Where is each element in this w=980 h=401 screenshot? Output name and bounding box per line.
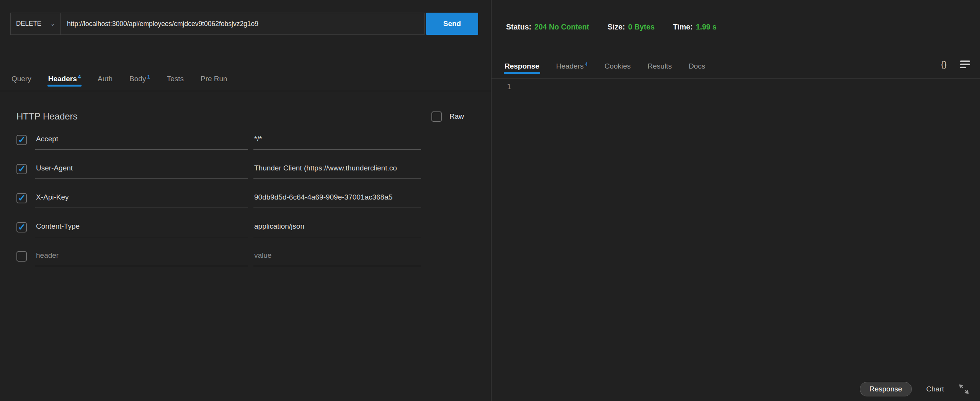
tab-pre-run[interactable]: Pre Run	[201, 75, 227, 91]
request-toolbar: DELETE ⌄ http://localhost:3000/api/emplo…	[0, 13, 491, 62]
header-key-input[interactable]: User-Agent	[35, 163, 248, 179]
response-status-bar: Status:204 No Content Size:0 Bytes Time:…	[492, 0, 980, 49]
header-value-input[interactable]: Thunder Client (https://www.thunderclien…	[253, 163, 421, 179]
format-json-icon[interactable]: {}	[941, 60, 947, 69]
tab-auth[interactable]: Auth	[98, 75, 113, 91]
headers-count-badge: 4	[78, 74, 81, 80]
tab-response-headers[interactable]: Headers4	[556, 61, 588, 78]
header-enabled-checkbox[interactable]	[16, 135, 27, 145]
header-key-input[interactable]: Content-Type	[35, 221, 248, 237]
status-code: Status:204 No Content	[506, 23, 589, 31]
url-input[interactable]: http://localhost:3000/api/employees/cmjd…	[61, 13, 425, 35]
header-row-empty: header value	[16, 250, 491, 266]
response-footer: Response Chart	[860, 382, 969, 396]
response-tab-icons: {}	[941, 60, 980, 78]
thunder-client-window: DELETE ⌄ http://localhost:3000/api/emplo…	[0, 0, 980, 401]
response-editor[interactable]: 1	[492, 79, 980, 401]
raw-checkbox[interactable]	[431, 111, 442, 122]
header-enabled-checkbox[interactable]	[16, 251, 27, 262]
header-value-input[interactable]: value	[253, 250, 421, 266]
tab-query[interactable]: Query	[11, 75, 31, 91]
response-view-button[interactable]: Response	[860, 382, 912, 396]
header-enabled-checkbox[interactable]	[16, 222, 27, 232]
tab-body[interactable]: Body1	[129, 74, 150, 91]
raw-toggle-group: Raw	[431, 111, 464, 122]
header-key-input[interactable]: header	[35, 250, 248, 266]
request-tabs: Query Headers4 Auth Body1 Tests Pre Run	[0, 62, 491, 91]
time-value: 1.99 s	[696, 23, 717, 31]
header-value-input[interactable]: */*	[253, 134, 421, 150]
response-headers-count-badge: 4	[585, 61, 588, 67]
raw-label: Raw	[449, 112, 464, 121]
editor-line-number: 1	[507, 82, 511, 91]
headers-list: Accept */* User-Agent Thunder Client (ht…	[16, 134, 491, 266]
header-value-input[interactable]: application/json	[253, 221, 421, 237]
method-label: DELETE	[16, 20, 41, 28]
response-time: Time:1.99 s	[673, 23, 717, 31]
header-key-input[interactable]: X-Api-Key	[35, 192, 248, 208]
tab-headers[interactable]: Headers4	[48, 74, 81, 91]
size-value: 0 Bytes	[628, 23, 655, 31]
response-tabs: Response Headers4 Cookies Results Docs {…	[492, 49, 980, 79]
response-size: Size:0 Bytes	[608, 23, 655, 31]
header-row: Accept */*	[16, 134, 491, 150]
expand-diagonal-icon[interactable]	[959, 384, 969, 394]
method-select[interactable]: DELETE ⌄	[10, 13, 61, 35]
tab-cookies[interactable]: Cookies	[604, 62, 631, 78]
header-value-input[interactable]: 90db9d5d-6c64-4a69-909e-37001ac368a5	[253, 192, 421, 208]
tab-results[interactable]: Results	[648, 62, 672, 78]
chart-view-button[interactable]: Chart	[926, 385, 944, 393]
body-count-badge: 1	[147, 74, 150, 80]
tab-response[interactable]: Response	[505, 62, 539, 78]
response-panel: Status:204 No Content Size:0 Bytes Time:…	[492, 0, 980, 401]
header-enabled-checkbox[interactable]	[16, 164, 27, 174]
header-key-input[interactable]: Accept	[35, 134, 248, 150]
send-button[interactable]: Send	[426, 13, 478, 35]
header-row: User-Agent Thunder Client (https://www.t…	[16, 163, 491, 179]
http-headers-section: HTTP Headers Raw	[16, 111, 464, 122]
section-title: HTTP Headers	[16, 111, 78, 122]
header-row: Content-Type application/json	[16, 221, 491, 237]
header-enabled-checkbox[interactable]	[16, 193, 27, 203]
tab-tests[interactable]: Tests	[167, 75, 184, 91]
tab-docs[interactable]: Docs	[689, 62, 705, 78]
chevron-down-icon: ⌄	[50, 20, 55, 27]
header-row: X-Api-Key 90db9d5d-6c64-4a69-909e-37001a…	[16, 192, 491, 208]
url-row: DELETE ⌄ http://localhost:3000/api/emplo…	[10, 13, 491, 35]
request-panel: DELETE ⌄ http://localhost:3000/api/emplo…	[0, 0, 492, 401]
menu-lines-icon[interactable]	[960, 61, 970, 68]
status-value: 204 No Content	[534, 23, 589, 31]
